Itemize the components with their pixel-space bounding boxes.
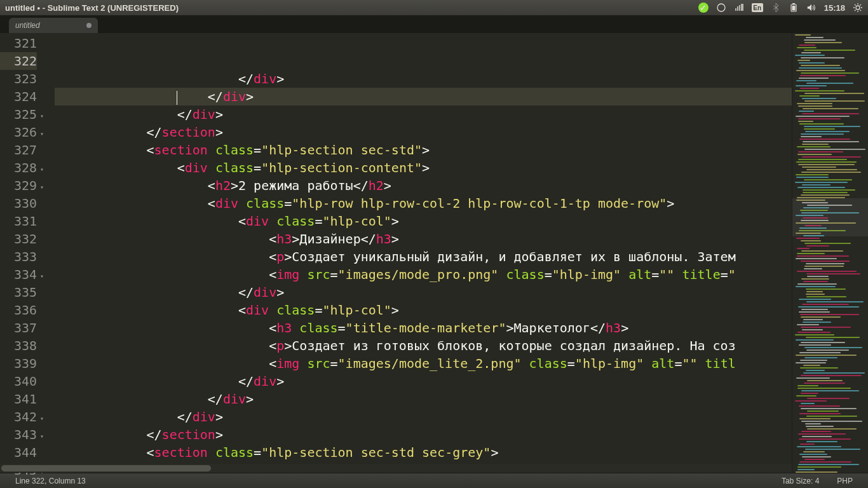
network-icon[interactable] [734,3,744,13]
tab-dirty-icon [86,23,92,28]
code-line[interactable]: </div> [55,390,792,408]
horizontal-scrollbar[interactable] [0,464,792,473]
code-line[interactable]: </div> [55,88,792,105]
sync-ok-icon[interactable]: ✓ [698,3,709,13]
code-line[interactable]: <section class="hlp-section sec-std sec-… [55,444,792,461]
status-tab-size[interactable]: Tab Size: 4 [773,477,828,485]
line-number[interactable]: 326 [0,123,37,141]
code-line[interactable]: <div class="hlp-section-content"> [55,159,792,177]
status-bar: Line 322, Column 13 Tab Size: 4 PHP [0,473,868,488]
code-line[interactable]: <h3>Дизайнер</h3> [55,230,792,248]
horizontal-scrollbar-thumb[interactable] [1,465,211,471]
bluetooth-icon[interactable] [771,3,781,13]
volume-icon[interactable] [806,3,817,13]
code-area[interactable]: </div> </div> </div> </section> <section… [44,33,792,473]
spinner-icon[interactable] [716,3,726,13]
system-tray: ✓ En 15:18 [698,3,863,13]
battery-icon[interactable] [789,3,799,13]
code-line[interactable]: </section> [55,123,792,141]
code-line[interactable]: <p>Создает уникальный дизайн, и добавляе… [55,248,792,266]
status-syntax[interactable]: PHP [828,477,862,485]
line-number[interactable]: 327 [0,141,37,159]
line-number[interactable]: 339 [0,355,37,372]
line-number[interactable]: 336 [0,301,37,319]
svg-rect-6 [792,3,795,4]
tab-bar: untitled [0,15,868,33]
line-number[interactable]: 343 [0,426,37,444]
line-number[interactable]: 342 [0,408,37,426]
code-line[interactable]: </div> [55,70,792,88]
minimap[interactable] [792,33,868,473]
code-line[interactable]: <img src="images/mode_pro.png" class="hl… [55,266,792,283]
code-line[interactable]: <section class="hlp-section sec-std"> [55,141,792,159]
keyboard-layout-indicator[interactable]: En [752,3,763,12]
line-number[interactable]: 324 [0,88,37,105]
code-line[interactable]: </div> [55,105,792,123]
line-number[interactable]: 337 [0,319,37,337]
line-number[interactable]: 334 [0,266,37,283]
code-line[interactable]: </div> [55,283,792,301]
session-gear-icon[interactable] [853,3,863,13]
code-line[interactable]: <h2>2 режима работы</h2> [55,177,792,194]
code-line[interactable]: <img src="images/mode_lite_2.png" class=… [55,355,792,372]
code-line[interactable]: <div class="hlp-col"> [55,301,792,319]
window-title: untitled • - Sublime Text 2 (UNREGISTERE… [5,3,179,13]
line-number[interactable]: 330 [0,194,37,212]
line-number[interactable]: 328 [0,159,37,177]
svg-line-15 [855,10,856,11]
code-line[interactable]: </section> [55,426,792,444]
editor-area: 3213223233243253263273283293303313323333… [0,33,868,473]
line-number[interactable]: 333 [0,248,37,266]
line-number[interactable]: 325 [0,105,37,123]
minimap-viewport[interactable] [792,198,868,236]
tab-untitled[interactable]: untitled [9,18,98,33]
system-menubar: untitled • - Sublime Text 2 (UNREGISTERE… [0,0,868,15]
code-line[interactable]: <div class="hlp-row hlp-row-col-2 hlp-ro… [55,194,792,212]
line-number[interactable]: 344 [0,444,37,461]
line-number[interactable]: 335 [0,283,37,301]
code-line[interactable]: <p>Создает из готовых блоков, которые со… [55,337,792,355]
code-line[interactable]: <div class="hlp-col"> [55,212,792,230]
code-line[interactable]: </div> [55,372,792,390]
line-number[interactable]: 322 [0,52,37,70]
svg-point-8 [856,6,860,10]
code-line[interactable]: <h3 class="title-mode-marketer">Маркетол… [55,319,792,337]
line-number[interactable]: 340 [0,372,37,390]
line-number[interactable]: 329 [0,177,37,194]
clock[interactable]: 15:18 [824,3,845,13]
svg-rect-7 [792,6,795,11]
tab-label: untitled [15,21,40,30]
line-number[interactable]: 332 [0,230,37,248]
code-line[interactable]: </div> [55,408,792,426]
line-gutter[interactable]: 3213223233243253263273283293303313323333… [0,33,44,473]
svg-line-14 [860,10,862,11]
line-number[interactable]: 331 [0,212,37,230]
line-number[interactable]: 321 [0,34,37,52]
svg-line-13 [855,4,856,6]
line-number[interactable]: 338 [0,337,37,355]
svg-line-16 [860,4,862,6]
line-number[interactable]: 341 [0,390,37,408]
line-number[interactable]: 323 [0,70,37,88]
